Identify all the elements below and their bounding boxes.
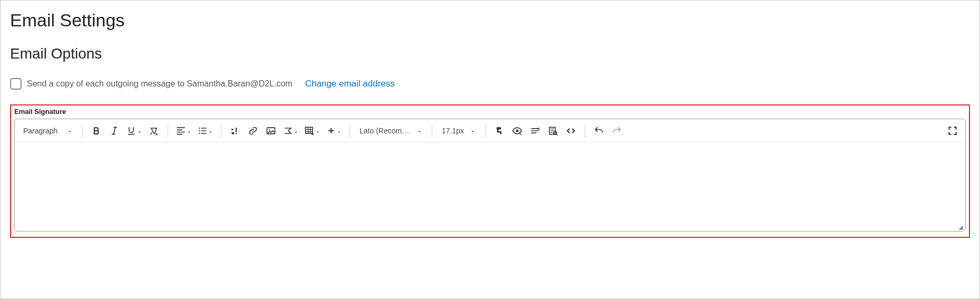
svg-rect-3: [231, 132, 234, 134]
chevron-down-icon: [208, 128, 214, 133]
chevron-down-icon: [336, 128, 342, 133]
toolbar-divider: [485, 124, 486, 138]
chevron-down-icon: [416, 128, 422, 133]
more-insert-button[interactable]: [324, 122, 344, 139]
undo-button[interactable]: [590, 122, 607, 139]
svg-rect-5: [236, 133, 237, 134]
bold-button[interactable]: [88, 122, 105, 139]
font-size-select[interactable]: 17.1px: [438, 122, 480, 139]
format-painter-button[interactable]: [491, 122, 508, 139]
toolbar-divider: [585, 124, 585, 138]
insert-stuff-button[interactable]: [227, 122, 244, 139]
toolbar-divider: [82, 124, 83, 138]
chevron-down-icon: [67, 128, 73, 133]
resize-handle[interactable]: [956, 223, 963, 230]
preview-button[interactable]: [545, 122, 561, 139]
insert-image-button[interactable]: [263, 122, 279, 139]
utility-group: 123: [491, 122, 579, 139]
svg-rect-4: [236, 128, 237, 132]
text-format-group: [88, 122, 162, 139]
svg-point-2: [199, 132, 200, 134]
font-family-value: Lato (Recomm…: [360, 127, 411, 135]
email-signature-label: Email Signature: [14, 108, 966, 115]
chevron-down-icon: [293, 128, 299, 133]
chevron-down-icon: [137, 128, 142, 133]
paragraph-format-value: Paragraph: [23, 127, 57, 135]
italic-button[interactable]: [106, 122, 123, 139]
svg-rect-8: [306, 127, 313, 133]
email-settings-panel: Email Settings Email Options Send a copy…: [0, 0, 980, 299]
chevron-down-icon: [186, 128, 192, 133]
insert-group: [227, 122, 344, 139]
font-size-value: 17.1px: [442, 127, 464, 135]
toolbar-divider: [432, 124, 432, 138]
svg-point-7: [269, 129, 270, 131]
send-copy-option-row: Send a copy of each outgoing message to …: [10, 78, 970, 90]
clear-format-button[interactable]: [145, 122, 162, 139]
font-family-select[interactable]: Lato (Recomm…: [355, 122, 426, 139]
toolbar-divider: [221, 124, 221, 138]
redo-button[interactable]: [608, 122, 625, 139]
align-button[interactable]: [173, 122, 194, 139]
send-copy-checkbox[interactable]: [10, 78, 22, 90]
chevron-down-icon: [470, 128, 476, 133]
svg-point-1: [199, 130, 200, 131]
list-button[interactable]: [195, 122, 216, 139]
equation-button[interactable]: [280, 122, 301, 139]
svg-text:123: 123: [537, 127, 540, 130]
table-button[interactable]: [302, 122, 323, 139]
page-title: Email Settings: [10, 10, 970, 31]
underline-button[interactable]: [124, 122, 144, 139]
section-title: Email Options: [10, 45, 970, 62]
editor-toolbar: Paragraph: [15, 119, 965, 142]
toolbar-divider: [350, 124, 350, 138]
svg-point-0: [199, 127, 200, 129]
history-group: [590, 122, 625, 139]
send-copy-label: Send a copy of each outgoing message to …: [27, 79, 293, 89]
paragraph-group: [173, 122, 216, 139]
accessibility-check-button[interactable]: [509, 122, 526, 139]
insert-link-button[interactable]: [245, 122, 261, 139]
editor-content-area[interactable]: [15, 142, 965, 231]
chevron-down-icon: [315, 128, 321, 133]
fullscreen-button[interactable]: [944, 122, 961, 139]
svg-point-9: [516, 129, 519, 132]
toolbar-divider: [168, 124, 168, 138]
rich-text-editor: Paragraph: [14, 119, 966, 232]
word-count-button[interactable]: 123: [527, 122, 544, 139]
paragraph-format-select[interactable]: Paragraph: [19, 122, 77, 139]
source-code-button[interactable]: [562, 122, 579, 139]
email-signature-block: Email Signature Paragraph: [10, 104, 970, 238]
change-email-link[interactable]: Change email address: [305, 79, 395, 89]
